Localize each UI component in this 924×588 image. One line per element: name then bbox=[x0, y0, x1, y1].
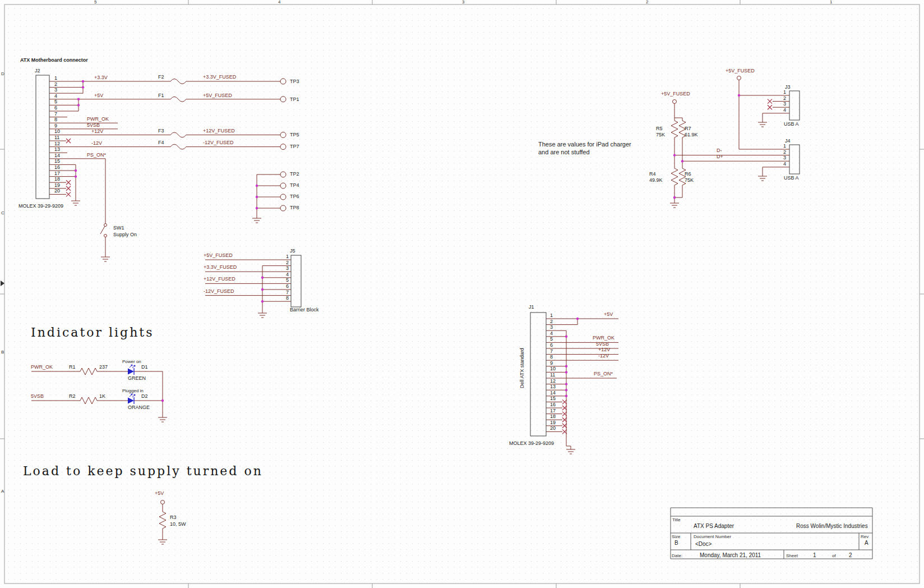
net-5vsb-ind: 5VSB bbox=[31, 393, 44, 399]
atx-motherboard-connector-pin-20: 20 bbox=[54, 188, 60, 194]
dell-atx-connector-pin-8: 8 bbox=[550, 354, 553, 360]
usb-charger-pin-2: 2 bbox=[778, 95, 786, 101]
refdes-d1: D1 bbox=[141, 364, 148, 370]
title-block-of-label: of bbox=[832, 553, 836, 559]
net-5v-fused-top: +5V_FUSED bbox=[726, 68, 755, 74]
dell-atx-connector-pin-20: 20 bbox=[550, 425, 556, 431]
atx-motherboard-connector-pin-3: 3 bbox=[54, 87, 57, 93]
dell-atx-connector-pin-19: 19 bbox=[550, 420, 556, 425]
j1-caption: Dell ATX standard bbox=[519, 348, 525, 388]
dell-atx-connector-pin-7: 7 bbox=[550, 348, 553, 354]
net-5v-fused: +5V_FUSED bbox=[203, 93, 232, 98]
dell-atx-connector-pin-17: 17 bbox=[550, 408, 556, 414]
atx-motherboard-connector-pin-11: 11 bbox=[54, 135, 59, 140]
barrier-block-pin-7: 7 bbox=[281, 290, 289, 295]
j4-caption: USB A bbox=[784, 175, 799, 181]
net-5v-j1: +5V bbox=[604, 311, 613, 317]
value-r4: 49.9K bbox=[649, 177, 663, 183]
d2-caption: Plugged in bbox=[122, 388, 144, 394]
title-block-date-label: Date: bbox=[672, 553, 682, 559]
atx-motherboard-connector-pin-19: 19 bbox=[54, 182, 60, 188]
frame-column-2: 2 bbox=[646, 0, 648, 4]
title-block-date: Monday, March 21, 2011 bbox=[700, 552, 761, 558]
net-neg12v-fused-j5: -12V_FUSED bbox=[204, 288, 234, 294]
refdes-tp1: TP1 bbox=[290, 97, 299, 102]
usb-charger-pin-2: 2 bbox=[778, 149, 786, 155]
refdes-r3: R3 bbox=[170, 514, 177, 520]
title-block-rev: A bbox=[865, 540, 868, 546]
part-number-j2: MOLEX 39-29-9209 bbox=[19, 203, 63, 209]
net-3v3: +3.3V bbox=[94, 75, 108, 80]
atx-motherboard-connector-pin-7: 7 bbox=[54, 111, 57, 117]
title-block-title: ATX PS Adapter bbox=[694, 523, 734, 529]
barrier-block-pin-3: 3 bbox=[281, 265, 289, 271]
refdes-d2: D2 bbox=[141, 393, 148, 399]
d2-color: ORANGE bbox=[128, 405, 150, 410]
net-pwr-ok-j1: PWR_OK bbox=[593, 335, 615, 341]
usb-charger-pin-1: 1 bbox=[778, 89, 786, 95]
value-r6: 75K bbox=[685, 177, 694, 183]
net-5v-load: +5V bbox=[155, 490, 164, 496]
j3-caption: USB A bbox=[784, 121, 799, 127]
refdes-tp8: TP8 bbox=[290, 205, 299, 210]
value-r3: 10, 5W bbox=[170, 521, 186, 527]
title-block-doc-label: Document Number bbox=[694, 534, 731, 540]
refdes-f1: F1 bbox=[158, 93, 164, 98]
dell-atx-connector-pin-1: 1 bbox=[550, 313, 553, 318]
title-block-doc: <Doc> bbox=[695, 541, 712, 547]
j5-caption: Barrier Block bbox=[290, 307, 319, 313]
net-ps-on-j1: PS_ON* bbox=[594, 371, 613, 376]
text-overlay: ATX Motherboard connectorJ2MOLEX 39-29-9… bbox=[0, 0, 924, 588]
atx-motherboard-connector-pin-17: 17 bbox=[54, 171, 60, 176]
barrier-block-pin-6: 6 bbox=[281, 283, 289, 289]
value-r2: 1K bbox=[99, 393, 105, 399]
net-pwr-ok-ind: PWR_OK bbox=[31, 364, 53, 370]
d1-caption: Power on bbox=[122, 359, 141, 365]
usb-charger-pin-3: 3 bbox=[778, 101, 786, 107]
title-block-sheet: 1 bbox=[813, 552, 816, 558]
note-line-1: These are values for iPad charger bbox=[538, 141, 631, 147]
dell-atx-connector-pin-16: 16 bbox=[550, 402, 556, 407]
net-3v3-fused-j5: +3.3V_FUSED bbox=[204, 264, 237, 270]
atx-motherboard-connector-pin-10: 10 bbox=[54, 128, 60, 134]
refdes-tp3: TP3 bbox=[290, 79, 299, 84]
net-12v: +12V bbox=[91, 128, 103, 134]
schematic-sheet: ATX Motherboard connectorJ2MOLEX 39-29-9… bbox=[0, 0, 924, 588]
refdes-f2: F2 bbox=[158, 74, 164, 80]
net-3v3-fused: +3.3V_FUSED bbox=[203, 74, 236, 80]
usb-charger-pin-1: 1 bbox=[778, 143, 786, 149]
title-block-sheet-label: Sheet bbox=[786, 553, 798, 559]
atx-motherboard-connector-pin-12: 12 bbox=[54, 141, 60, 146]
part-number-j1: MOLEX 39-29-9209 bbox=[509, 440, 554, 446]
refdes-sw1: SW1 bbox=[113, 225, 124, 231]
value-r1: 237 bbox=[99, 364, 108, 370]
net-12v-fused: +12V_FUSED bbox=[203, 128, 235, 134]
title-block-rev-label: Rev bbox=[861, 534, 868, 540]
refdes-r2: R2 bbox=[69, 393, 76, 399]
title-block-size: B bbox=[674, 540, 678, 546]
net-neg12v-j1: -12V bbox=[598, 353, 609, 359]
dell-atx-connector-pin-2: 2 bbox=[550, 319, 553, 324]
frame-row-A: A bbox=[1, 489, 4, 494]
dell-atx-connector-pin-13: 13 bbox=[550, 384, 556, 389]
net-5vsb-j1: 5VSB bbox=[596, 341, 609, 347]
title-block-title-label: Title bbox=[672, 517, 681, 523]
barrier-block-pin-2: 2 bbox=[281, 260, 289, 265]
net-pwr-ok: PWR_OK bbox=[87, 116, 109, 122]
refdes-tp2: TP2 bbox=[290, 171, 299, 177]
refdes-r6: R6 bbox=[685, 171, 691, 177]
dell-atx-connector-pin-9: 9 bbox=[550, 360, 553, 366]
section-title: Load to keep supply turned on bbox=[23, 465, 263, 478]
refdes-j1: J1 bbox=[529, 304, 534, 310]
net-ps-on: PS_ON* bbox=[87, 152, 106, 158]
dell-atx-connector-pin-14: 14 bbox=[550, 390, 556, 396]
refdes-j5: J5 bbox=[290, 248, 295, 254]
atx-motherboard-connector-pin-4: 4 bbox=[54, 93, 57, 99]
frame-column-5: 5 bbox=[94, 0, 96, 4]
dell-atx-connector-pin-15: 15 bbox=[550, 396, 556, 401]
dell-atx-connector-pin-4: 4 bbox=[550, 330, 553, 336]
atx-motherboard-connector-pin-5: 5 bbox=[54, 99, 57, 104]
net-5v-fused-j5: +5V_FUSED bbox=[204, 252, 233, 258]
refdes-r5: R5 bbox=[656, 126, 663, 131]
dell-atx-connector-pin-12: 12 bbox=[550, 378, 556, 384]
